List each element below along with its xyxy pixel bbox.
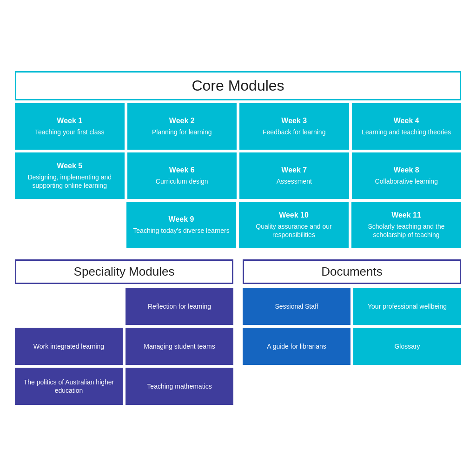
documents-section: Documents Sessional Staff Your professio… bbox=[243, 259, 461, 405]
core-cell-week9[interactable]: Week 9 Teaching today's diverse learners bbox=[126, 202, 236, 248]
week4-label: Week 4 bbox=[394, 117, 419, 125]
specialty-reflection-title: Reflection for learning bbox=[148, 302, 211, 311]
week5-label: Week 5 bbox=[57, 162, 82, 170]
week3-title: Feedback for learning bbox=[263, 128, 325, 136]
doc-librarians-title: A guide for librarians bbox=[267, 342, 326, 350]
specialty-cell-reflection[interactable]: Reflection for learning bbox=[126, 288, 233, 325]
week9-label: Week 9 bbox=[169, 215, 194, 224]
specialty-cell-managing[interactable]: Managing student teams bbox=[126, 328, 233, 365]
core-row-3: Week 9 Teaching today's diverse learners… bbox=[15, 202, 461, 248]
core-cell-week11[interactable]: Week 11 Scholarly teaching and the schol… bbox=[351, 202, 461, 248]
week1-label: Week 1 bbox=[57, 117, 82, 125]
specialty-managing-title: Managing student teams bbox=[144, 342, 215, 350]
page-container: Core Modules Week 1 Teaching your first … bbox=[15, 71, 461, 405]
core-cell-week4[interactable]: Week 4 Learning and teaching theories bbox=[352, 103, 462, 150]
week3-label: Week 3 bbox=[281, 117, 307, 125]
week10-label: Week 10 bbox=[279, 211, 309, 219]
week2-title: Planning for learning bbox=[152, 128, 212, 136]
specialty-row-3: The politics of Australian higher educat… bbox=[15, 368, 233, 405]
week5-title: Designing, implementing and supporting o… bbox=[20, 173, 120, 190]
core-modules-header: Core Modules bbox=[15, 71, 461, 100]
core-cell-week8[interactable]: Week 8 Collaborative learning bbox=[352, 152, 462, 199]
speciality-grid: Reflection for learning Work integrated … bbox=[15, 288, 233, 405]
specialty-row-2: Work integrated learning Managing studen… bbox=[15, 328, 233, 365]
doc-cell-librarians[interactable]: A guide for librarians bbox=[243, 328, 350, 365]
doc-cell-sessional[interactable]: Sessional Staff bbox=[243, 288, 350, 325]
week6-label: Week 6 bbox=[169, 166, 195, 174]
docs-row-1: Sessional Staff Your professional wellbe… bbox=[243, 288, 461, 325]
week4-title: Learning and teaching theories bbox=[362, 128, 451, 136]
week6-title: Curriculum design bbox=[156, 177, 208, 185]
doc-sessional-title: Sessional Staff bbox=[275, 302, 318, 311]
specialty-cell-work[interactable]: Work integrated learning bbox=[15, 328, 123, 365]
core-cell-week2[interactable]: Week 2 Planning for learning bbox=[127, 103, 237, 150]
week11-label: Week 11 bbox=[391, 211, 421, 219]
doc-wellbeing-title: Your professional wellbeing bbox=[368, 302, 447, 311]
core-cell-week6[interactable]: Week 6 Curriculum design bbox=[127, 152, 237, 199]
bottom-section: Speciality Modules Reflection for learni… bbox=[15, 259, 461, 405]
doc-cell-glossary[interactable]: Glossary bbox=[353, 328, 461, 365]
doc-glossary-title: Glossary bbox=[394, 342, 420, 350]
week8-title: Collaborative learning bbox=[375, 177, 438, 185]
speciality-title: Speciality Modules bbox=[24, 264, 225, 279]
core-cell-week5[interactable]: Week 5 Designing, implementing and suppo… bbox=[15, 152, 125, 199]
specialty-cell-politics[interactable]: The politics of Australian higher educat… bbox=[15, 368, 123, 405]
core-cell-week10[interactable]: Week 10 Quality assurance and our respon… bbox=[239, 202, 349, 248]
speciality-header: Speciality Modules bbox=[15, 259, 233, 284]
week10-title: Quality assurance and our responsibiliti… bbox=[244, 222, 344, 239]
week8-label: Week 8 bbox=[394, 166, 419, 174]
documents-header: Documents bbox=[243, 259, 461, 284]
documents-title: Documents bbox=[251, 264, 452, 279]
documents-grid: Sessional Staff Your professional wellbe… bbox=[243, 288, 461, 365]
doc-cell-wellbeing[interactable]: Your professional wellbeing bbox=[353, 288, 461, 325]
week7-title: Assessment bbox=[277, 177, 312, 185]
week11-title: Scholarly teaching and the scholarship o… bbox=[356, 222, 456, 239]
core-cell-week1[interactable]: Week 1 Teaching your first class bbox=[15, 103, 125, 150]
core-cell-week3[interactable]: Week 3 Feedback for learning bbox=[239, 103, 349, 150]
speciality-section: Speciality Modules Reflection for learni… bbox=[15, 259, 233, 405]
week7-label: Week 7 bbox=[281, 166, 307, 174]
specialty-cell-maths[interactable]: Teaching mathematics bbox=[126, 368, 233, 405]
docs-row-2: A guide for librarians Glossary bbox=[243, 328, 461, 365]
week9-title: Teaching today's diverse learners bbox=[133, 226, 229, 235]
core-row-1: Week 1 Teaching your first class Week 2 … bbox=[15, 103, 461, 150]
specialty-politics-title: The politics of Australian higher educat… bbox=[20, 378, 118, 395]
core-row-2: Week 5 Designing, implementing and suppo… bbox=[15, 152, 461, 199]
specialty-maths-title: Teaching mathematics bbox=[147, 382, 212, 390]
specialty-work-title: Work integrated learning bbox=[33, 342, 104, 350]
core-modules-grid: Week 1 Teaching your first class Week 2 … bbox=[15, 103, 461, 248]
core-modules-title: Core Modules bbox=[26, 77, 450, 94]
week2-label: Week 2 bbox=[169, 117, 195, 125]
core-cell-week7[interactable]: Week 7 Assessment bbox=[239, 152, 349, 199]
specialty-row-1: Reflection for learning bbox=[15, 288, 233, 325]
week1-title: Teaching your first class bbox=[35, 128, 104, 136]
